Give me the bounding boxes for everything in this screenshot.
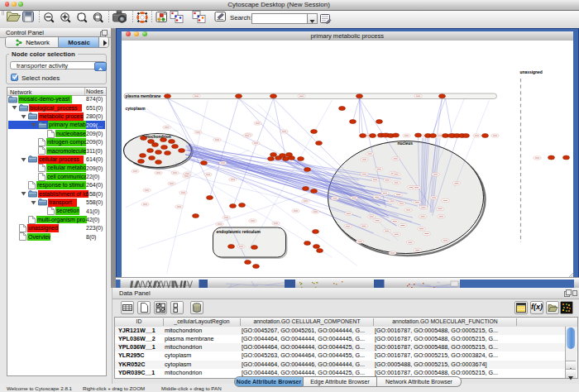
svg-text:unassigned: unassigned [519, 70, 542, 74]
svg-text:cytoplasm: cytoplasm [125, 107, 146, 111]
svg-text:nucleus: nucleus [397, 141, 413, 146]
svg-text:plasma membrane: plasma membrane [125, 94, 160, 98]
svg-text:endoplasmic reticulum: endoplasmic reticulum [216, 230, 261, 234]
